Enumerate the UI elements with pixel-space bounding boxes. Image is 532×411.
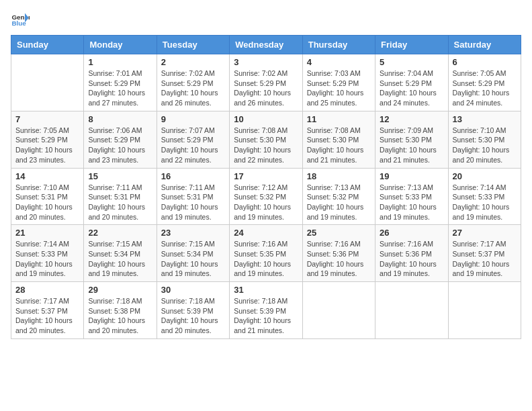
- calendar-day-cell: 4Sunrise: 7:03 AM Sunset: 5:29 PM Daylig…: [302, 54, 375, 111]
- day-number: 10: [234, 114, 298, 124]
- weekday-header-row: SundayMondayTuesdayWednesdayThursdayFrid…: [11, 36, 521, 54]
- day-number: 25: [307, 228, 371, 238]
- calendar-day-cell: 19Sunrise: 7:13 AM Sunset: 5:33 PM Dayli…: [375, 168, 448, 225]
- calendar-day-cell: 21Sunrise: 7:14 AM Sunset: 5:33 PM Dayli…: [11, 225, 84, 282]
- calendar-day-cell: 16Sunrise: 7:11 AM Sunset: 5:31 PM Dayli…: [157, 168, 229, 225]
- day-info: Sunrise: 7:16 AM Sunset: 5:36 PM Dayligh…: [307, 239, 371, 279]
- calendar-day-cell: 1Sunrise: 7:01 AM Sunset: 5:29 PM Daylig…: [84, 54, 157, 111]
- day-info: Sunrise: 7:18 AM Sunset: 5:38 PM Dayligh…: [88, 296, 152, 336]
- calendar-day-cell: 17Sunrise: 7:12 AM Sunset: 5:32 PM Dayli…: [230, 168, 302, 225]
- day-info: Sunrise: 7:06 AM Sunset: 5:29 PM Dayligh…: [88, 126, 152, 165]
- day-info: Sunrise: 7:13 AM Sunset: 5:33 PM Dayligh…: [380, 183, 443, 222]
- day-number: 22: [88, 228, 152, 238]
- day-info: Sunrise: 7:09 AM Sunset: 5:30 PM Dayligh…: [380, 126, 443, 165]
- weekday-header-cell: Thursday: [302, 36, 375, 54]
- day-number: 14: [15, 171, 79, 181]
- weekday-header-cell: Friday: [375, 36, 448, 54]
- calendar-day-cell: 5Sunrise: 7:04 AM Sunset: 5:29 PM Daylig…: [375, 54, 448, 111]
- calendar-day-cell: 18Sunrise: 7:13 AM Sunset: 5:32 PM Dayli…: [302, 168, 375, 225]
- day-number: 21: [15, 228, 79, 238]
- calendar-day-cell: 27Sunrise: 7:17 AM Sunset: 5:37 PM Dayli…: [448, 225, 521, 282]
- calendar-day-cell: 9Sunrise: 7:07 AM Sunset: 5:29 PM Daylig…: [157, 111, 229, 168]
- calendar-day-cell: 22Sunrise: 7:15 AM Sunset: 5:34 PM Dayli…: [84, 225, 157, 282]
- day-info: Sunrise: 7:18 AM Sunset: 5:39 PM Dayligh…: [234, 296, 298, 336]
- weekday-header-cell: Saturday: [448, 36, 521, 54]
- day-info: Sunrise: 7:08 AM Sunset: 5:30 PM Dayligh…: [234, 126, 298, 165]
- day-info: Sunrise: 7:10 AM Sunset: 5:30 PM Dayligh…: [453, 126, 517, 165]
- day-number: 28: [15, 285, 79, 295]
- calendar-day-cell: [11, 54, 84, 111]
- calendar-day-cell: 31Sunrise: 7:18 AM Sunset: 5:39 PM Dayli…: [230, 282, 302, 339]
- calendar-day-cell: 24Sunrise: 7:16 AM Sunset: 5:35 PM Dayli…: [230, 225, 302, 282]
- day-number: 8: [88, 114, 152, 124]
- day-info: Sunrise: 7:07 AM Sunset: 5:29 PM Dayligh…: [161, 126, 225, 165]
- day-info: Sunrise: 7:18 AM Sunset: 5:39 PM Dayligh…: [161, 296, 225, 336]
- day-number: 13: [453, 114, 517, 124]
- day-info: Sunrise: 7:14 AM Sunset: 5:33 PM Dayligh…: [15, 239, 79, 279]
- calendar-day-cell: 6Sunrise: 7:05 AM Sunset: 5:29 PM Daylig…: [448, 54, 521, 111]
- calendar-day-cell: 25Sunrise: 7:16 AM Sunset: 5:36 PM Dayli…: [302, 225, 375, 282]
- calendar-day-cell: 23Sunrise: 7:15 AM Sunset: 5:34 PM Dayli…: [157, 225, 229, 282]
- day-info: Sunrise: 7:17 AM Sunset: 5:37 PM Dayligh…: [15, 296, 79, 336]
- calendar-day-cell: 26Sunrise: 7:16 AM Sunset: 5:36 PM Dayli…: [375, 225, 448, 282]
- day-number: 23: [161, 228, 225, 238]
- day-info: Sunrise: 7:05 AM Sunset: 5:29 PM Dayligh…: [453, 68, 517, 108]
- day-info: Sunrise: 7:11 AM Sunset: 5:31 PM Dayligh…: [161, 183, 225, 222]
- weekday-header-cell: Wednesday: [230, 36, 302, 54]
- calendar-day-cell: 11Sunrise: 7:08 AM Sunset: 5:30 PM Dayli…: [302, 111, 375, 168]
- day-number: 9: [161, 114, 225, 124]
- calendar-table: SundayMondayTuesdayWednesdayThursdayFrid…: [11, 35, 521, 339]
- day-info: Sunrise: 7:03 AM Sunset: 5:29 PM Dayligh…: [307, 68, 371, 108]
- calendar-week-row: 21Sunrise: 7:14 AM Sunset: 5:33 PM Dayli…: [11, 225, 521, 282]
- day-info: Sunrise: 7:13 AM Sunset: 5:32 PM Dayligh…: [307, 183, 371, 222]
- weekday-header-cell: Tuesday: [157, 36, 229, 54]
- day-number: 16: [161, 171, 225, 181]
- calendar-week-row: 28Sunrise: 7:17 AM Sunset: 5:37 PM Dayli…: [11, 282, 521, 339]
- day-number: 3: [234, 57, 298, 67]
- day-number: 15: [88, 171, 152, 181]
- day-number: 27: [453, 228, 517, 238]
- calendar-day-cell: 12Sunrise: 7:09 AM Sunset: 5:30 PM Dayli…: [375, 111, 448, 168]
- calendar-day-cell: 2Sunrise: 7:02 AM Sunset: 5:29 PM Daylig…: [157, 54, 229, 111]
- calendar-day-cell: 8Sunrise: 7:06 AM Sunset: 5:29 PM Daylig…: [84, 111, 157, 168]
- day-number: 30: [161, 285, 225, 295]
- logo: General Blue: [11, 11, 30, 30]
- calendar-day-cell: 15Sunrise: 7:11 AM Sunset: 5:31 PM Dayli…: [84, 168, 157, 225]
- day-info: Sunrise: 7:04 AM Sunset: 5:29 PM Dayligh…: [380, 68, 443, 108]
- calendar-day-cell: 29Sunrise: 7:18 AM Sunset: 5:38 PM Dayli…: [84, 282, 157, 339]
- calendar-day-cell: 30Sunrise: 7:18 AM Sunset: 5:39 PM Dayli…: [157, 282, 229, 339]
- day-number: 5: [380, 57, 443, 67]
- calendar-day-cell: [375, 282, 448, 339]
- day-info: Sunrise: 7:05 AM Sunset: 5:29 PM Dayligh…: [15, 126, 79, 165]
- day-info: Sunrise: 7:16 AM Sunset: 5:36 PM Dayligh…: [380, 239, 443, 279]
- calendar-day-cell: 28Sunrise: 7:17 AM Sunset: 5:37 PM Dayli…: [11, 282, 84, 339]
- calendar-day-cell: 14Sunrise: 7:10 AM Sunset: 5:31 PM Dayli…: [11, 168, 84, 225]
- day-number: 19: [380, 171, 443, 181]
- day-number: 26: [380, 228, 443, 238]
- calendar-day-cell: [448, 282, 521, 339]
- day-number: 31: [234, 285, 298, 295]
- calendar-week-row: 1Sunrise: 7:01 AM Sunset: 5:29 PM Daylig…: [11, 54, 521, 111]
- day-number: 24: [234, 228, 298, 238]
- calendar-day-cell: [302, 282, 375, 339]
- calendar-week-row: 14Sunrise: 7:10 AM Sunset: 5:31 PM Dayli…: [11, 168, 521, 225]
- day-info: Sunrise: 7:11 AM Sunset: 5:31 PM Dayligh…: [88, 183, 152, 222]
- day-info: Sunrise: 7:01 AM Sunset: 5:29 PM Dayligh…: [88, 68, 152, 108]
- day-info: Sunrise: 7:15 AM Sunset: 5:34 PM Dayligh…: [161, 239, 225, 279]
- logo-icon: General Blue: [11, 11, 30, 30]
- day-info: Sunrise: 7:15 AM Sunset: 5:34 PM Dayligh…: [88, 239, 152, 279]
- day-number: 11: [307, 114, 371, 124]
- day-info: Sunrise: 7:08 AM Sunset: 5:30 PM Dayligh…: [307, 126, 371, 165]
- day-info: Sunrise: 7:12 AM Sunset: 5:32 PM Dayligh…: [234, 183, 298, 222]
- calendar-body: 1Sunrise: 7:01 AM Sunset: 5:29 PM Daylig…: [11, 54, 521, 339]
- day-number: 4: [307, 57, 371, 67]
- weekday-header-cell: Monday: [84, 36, 157, 54]
- weekday-header-cell: Sunday: [11, 36, 84, 54]
- day-number: 1: [88, 57, 152, 67]
- day-info: Sunrise: 7:14 AM Sunset: 5:33 PM Dayligh…: [453, 183, 517, 222]
- svg-text:Blue: Blue: [11, 19, 26, 27]
- calendar-day-cell: 3Sunrise: 7:02 AM Sunset: 5:29 PM Daylig…: [230, 54, 302, 111]
- calendar-day-cell: 10Sunrise: 7:08 AM Sunset: 5:30 PM Dayli…: [230, 111, 302, 168]
- calendar-week-row: 7Sunrise: 7:05 AM Sunset: 5:29 PM Daylig…: [11, 111, 521, 168]
- day-number: 6: [453, 57, 517, 67]
